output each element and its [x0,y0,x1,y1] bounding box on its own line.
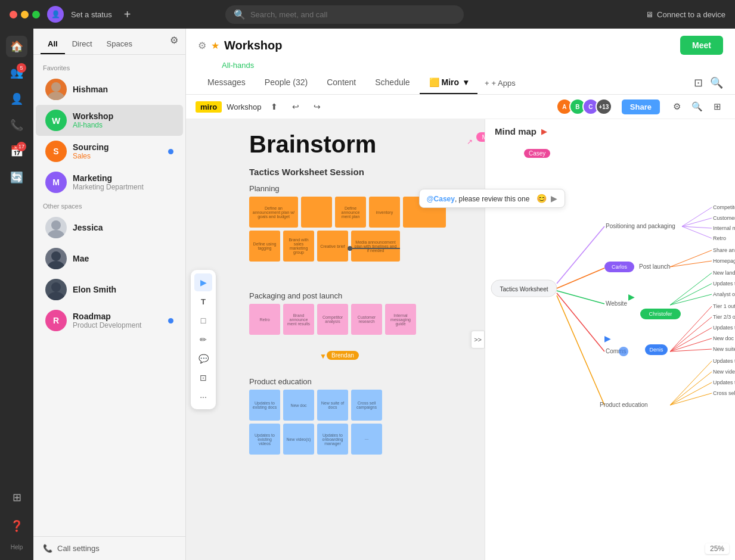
marketing-sub: Marketing Department [73,183,173,191]
channel-settings-icon[interactable]: ⚙ [198,40,206,51]
home-icon: 🏠 [10,40,23,53]
search-tab-icon[interactable]: 🔍 [710,76,723,89]
sidebar-item-marketing[interactable]: M Marketing Marketing Department [36,167,183,198]
tab-miro[interactable]: 🟨 Miro ▾ [420,71,477,94]
roadmap-sub: Product Development [73,321,162,329]
search-input[interactable] [250,10,455,19]
svg-text:Updates to existing docs: Updates to existing docs [713,325,735,331]
help-label: Help [11,544,23,553]
traffic-lights [10,11,40,18]
channel-favorite-icon[interactable]: ★ [211,40,219,51]
sidebar-item-jessica[interactable]: Jessica [36,212,183,243]
workshop-name: Workshop [73,111,173,121]
comment-tool[interactable]: 💬 [194,350,212,368]
miro-search-icon[interactable]: 🔍 [689,98,705,115]
undo-icon[interactable]: ↩ [287,98,304,115]
svg-text:Homepage banner: Homepage banner [713,258,735,264]
add-apps-tab[interactable]: + + Apps [477,73,523,94]
channel-title: Workshop [224,39,282,52]
filter-icon[interactable]: ⚙ [170,35,178,54]
cursor-tool[interactable]: ▶ [194,273,212,291]
svg-point-0 [51,82,61,92]
add-button[interactable]: + [124,8,131,21]
other-spaces-label: Other spaces [33,198,185,212]
nav-calls[interactable]: 📞 [6,114,27,136]
sidebar-item-workshop[interactable]: W Workshop All-hands [36,105,183,136]
nav-home[interactable]: 🏠 [6,36,27,57]
miro-dropdown-icon[interactable]: ▾ [464,77,468,87]
tab-people[interactable]: People (32) [255,71,317,94]
sidebar: All Direct Spaces ⚙ Favorites Hishman W … [33,29,186,560]
screen-icon: 🖥 [646,10,653,19]
svg-line-55 [670,361,712,405]
text-tool[interactable]: T [194,293,212,310]
sticky-p2: Brand announce ment results [283,304,314,335]
svg-point-3 [48,230,64,238]
close-button[interactable] [10,11,17,18]
nav-calendar[interactable]: 📅 17 [6,141,27,162]
nav-refresh[interactable]: 🔄 [6,167,27,188]
calendar-badge: 17 [17,142,26,151]
nav-help[interactable]: ❓ [6,515,27,537]
send-icon[interactable]: ▶ [551,194,557,203]
tab-schedule[interactable]: Schedule [365,71,419,94]
miro-grid-icon[interactable]: ⊞ [709,98,725,115]
canvas-area[interactable]: ▶ T □ ✏ 💬 ⊡ ··· Brainstorm ↗ Mark Ta [186,119,735,560]
miro-board-name: Workshop [227,102,261,111]
pen-tool[interactable]: ✏ [194,331,212,349]
connect-to-device-button[interactable]: 🖥 Connect to a device [646,10,725,19]
comment-text: , please review this one [455,195,529,203]
sidebar-item-hishman[interactable]: Hishman [36,74,183,105]
hishman-name: Hishman [73,85,173,94]
collaborators-count: +13 [596,98,612,115]
svg-text:Analyst outreach: Analyst outreach [713,291,735,297]
main-content: ⚙ ★ Workshop Meet All-hands Messages Peo… [186,29,735,560]
note-tool[interactable]: □ [194,312,212,329]
miro-tab-icon: 🟨 [429,77,439,87]
nav-mentions[interactable]: 👤 [6,88,27,110]
sticky-7: Brand with sales marketing group [283,231,314,262]
maximize-button[interactable] [32,11,40,18]
jessica-name: Jessica [73,223,173,232]
sidebar-item-elon[interactable]: Elon Smith [36,274,183,305]
redo-icon[interactable]: ↪ [309,98,325,115]
sidebar-item-sourcing[interactable]: S Sourcing Sales [36,136,183,167]
sticky-b4: Cross sell campaigns [351,390,382,421]
svg-text:Carlos: Carlos [612,264,628,270]
tab-messages[interactable]: Messages [198,71,255,94]
layout-icon[interactable]: ⊡ [694,76,703,89]
nav-team[interactable]: 👥 5 [6,62,27,83]
mae-name: Mae [73,254,173,263]
tab-all[interactable]: All [41,35,65,54]
sticky-b1: Updates to existing docs [249,390,280,421]
more-tools[interactable]: ··· [194,388,212,406]
user-avatar[interactable]: 👤 [47,6,64,23]
sticky-p4: Customer research [351,304,382,335]
svg-line-36 [670,294,712,305]
tab-direct[interactable]: Direct [65,35,100,54]
status-text[interactable]: Set a status [71,10,112,19]
minimize-button[interactable] [21,11,29,18]
miro-share-button[interactable]: Share [622,99,660,114]
tab-spaces[interactable]: Spaces [100,35,139,54]
frame-tool[interactable]: ⊡ [194,369,212,387]
upload-icon[interactable]: ⬆ [266,98,283,115]
nav-apps[interactable]: ⊞ [6,487,27,508]
tab-content[interactable]: Content [317,71,365,94]
call-settings-label: Call settings [57,544,100,553]
miro-settings-icon[interactable]: ⚙ [668,98,685,115]
svg-text:Product education: Product education [600,402,648,408]
marketing-name: Marketing [73,173,173,183]
sidebar-item-roadmap[interactable]: R Roadmap Product Development [36,305,183,336]
svg-text:Christofer: Christofer [649,311,672,317]
miro-logo: miro [196,101,222,113]
search-bar: 🔍 [225,5,464,24]
sidebar-item-mae[interactable]: Mae [36,243,183,274]
collapse-handle[interactable]: >> [471,331,485,349]
canvas-content: Brainstorm ↗ Mark Tactics Worksheet Sess… [219,119,735,560]
svg-text:Internal messaging guide: Internal messaging guide [713,225,735,231]
svg-line-32 [670,273,712,305]
call-settings-button[interactable]: 📞 Call settings [33,536,185,560]
titlebar: 👤 Set a status + 🔍 🖥 Connect to a device [0,0,735,29]
meet-button[interactable]: Meet [680,36,723,55]
